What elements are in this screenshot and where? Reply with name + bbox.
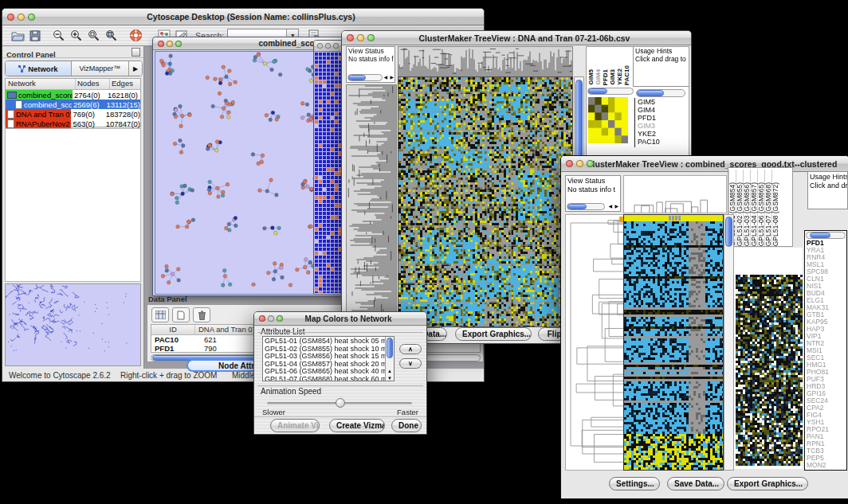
zoom-button[interactable] (333, 43, 339, 49)
minimize-button[interactable] (576, 160, 583, 167)
minimize-button[interactable] (18, 14, 25, 21)
cytoscape-titlebar[interactable]: Cytoscape Desktop (Session Name: collins… (2, 9, 484, 25)
attribute-scroll-thumb[interactable] (387, 338, 393, 358)
gene-list-item[interactable]: MON2 (807, 462, 846, 469)
scroll-down-icon[interactable]: ▼ (387, 376, 392, 381)
delete-attribute-icon[interactable] (193, 307, 210, 322)
network-table-row[interactable]: RNAPuberNov2+563(0)107847(0) (6, 119, 140, 128)
view-status-scroll-thumb[interactable] (348, 75, 366, 80)
zoom-out-icon[interactable] (50, 28, 68, 44)
network-table-row[interactable]: combined_sco2569(6)13112(15) (6, 100, 140, 109)
zoom-button[interactable] (277, 315, 283, 322)
network-table-row[interactable]: DNA and Tran 07769(0)183728(0) (6, 109, 140, 119)
network-name-cell[interactable]: combined_sco (6, 100, 72, 109)
done-button[interactable]: Done (391, 419, 422, 432)
tab-vizmapper[interactable]: VizMapper™ (72, 61, 129, 76)
network-overview-canvas[interactable] (6, 284, 140, 365)
control-panel-title: Control Panel (6, 50, 56, 59)
tv2-column-label-text: GPL51-04 (GSM857) (751, 182, 757, 246)
attribute-list-scrollbar[interactable]: ▲ ▼ (385, 337, 394, 381)
tv1-column-label: GIM3 (610, 69, 616, 85)
minimize-button[interactable] (268, 315, 274, 322)
scroll-up-icon[interactable]: ▲ (387, 369, 392, 373)
tv1-row-labels: GIM5GIM4PFD1GIM3YKE2PAC10 (634, 98, 690, 147)
attr-row-id: PAC10 (151, 335, 198, 344)
close-button[interactable] (158, 41, 164, 47)
export-graphics-button[interactable]: Export Graphics... (455, 327, 532, 341)
tv1-heatmap-canvas[interactable] (398, 76, 573, 327)
scroll-right-icon[interactable]: ▶ (614, 203, 618, 210)
save-data-button[interactable]: Save Data... (667, 477, 724, 490)
scroll-left-icon[interactable]: ◀ (383, 74, 387, 81)
network-name-cell[interactable]: DNA and Tran 07 (6, 109, 71, 119)
close-button[interactable] (7, 14, 14, 21)
create-vizmap-button[interactable]: Create Vizmap (329, 419, 385, 432)
tv2-column-label-text: GPL51-03 (GSM856) (744, 182, 750, 246)
network-name-cell[interactable]: combined_scores_ (6, 90, 73, 100)
tv2-detail-heatmap-canvas[interactable] (734, 248, 803, 469)
gene-panel-scroll-thumb[interactable] (810, 232, 830, 238)
col-edges[interactable]: Edges (110, 79, 140, 89)
dialog-titlebar[interactable]: Map Colors to Network (254, 312, 426, 326)
tv1-summary-matrix[interactable] (588, 97, 628, 143)
view-status-label: View Status (347, 47, 395, 56)
treeview2-titlebar[interactable]: ClusterMaker TreeView : combined_scores_… (561, 156, 848, 172)
open-file-icon[interactable] (9, 28, 26, 44)
tv2-heatmap-canvas[interactable] (623, 214, 724, 471)
scroll-right-icon[interactable]: ▶ (390, 74, 394, 81)
zoom-button[interactable] (28, 14, 35, 21)
move-down-button[interactable]: ∨ (399, 358, 422, 369)
col-nodes[interactable]: Nodes (76, 79, 110, 89)
zoom-fit-icon[interactable] (103, 28, 120, 44)
tv1-summary-hscroll[interactable] (587, 88, 634, 95)
tv1-row-dendrogram[interactable] (346, 84, 397, 327)
close-button[interactable] (566, 160, 573, 167)
close-button[interactable] (259, 315, 265, 322)
zoom-button[interactable] (175, 41, 182, 47)
tab-network[interactable]: Network (6, 61, 72, 76)
id-column-header[interactable]: ID (151, 325, 195, 334)
close-button[interactable] (347, 34, 354, 41)
network-overview-panel[interactable] (5, 283, 141, 366)
treeview1-titlebar[interactable]: ClusterMaker TreeView : DNA and Tran 07-… (342, 31, 691, 45)
tv1-zoom-slider[interactable] (636, 89, 685, 97)
network-name-label: RNAPuberNov2+ (16, 119, 71, 128)
save-session-icon[interactable] (26, 28, 44, 44)
col-network[interactable]: Network (6, 79, 76, 89)
tv2-vscrollbar[interactable] (724, 214, 734, 471)
help-lifering-icon[interactable] (127, 28, 144, 44)
tv1-row-label: GIM5 (638, 98, 690, 106)
attribute-listbox: GPL51-01 (GSM854) heat shock 05 minGPL51… (262, 336, 395, 381)
tv2-row-dendrogram[interactable] (565, 214, 624, 471)
tv2-vscroll-thumb[interactable] (725, 217, 732, 247)
minimize-button[interactable] (325, 43, 331, 49)
animate-vizmap-button[interactable]: Animate Vizmap (270, 419, 320, 432)
zoom-in-icon[interactable] (68, 28, 85, 44)
scroll-left-icon[interactable]: ◀ (608, 203, 612, 210)
view-status-scroll-thumb[interactable] (567, 204, 587, 209)
usage-hints-label: Usage Hints (808, 172, 847, 182)
network-nodes-cell: 2764(0) (73, 91, 106, 100)
speed-slider[interactable] (267, 402, 412, 404)
zoom-button[interactable] (367, 34, 375, 41)
minimize-button[interactable] (167, 41, 173, 47)
close-button[interactable] (317, 43, 323, 49)
minimize-button[interactable] (357, 34, 364, 41)
tv1-view-status: View Status No status info f ◀ ▶ (346, 46, 395, 83)
move-up-button[interactable]: ∧ (399, 344, 422, 354)
float-panel-icon[interactable] (132, 48, 140, 57)
tv1-column-dendrogram[interactable] (398, 46, 573, 78)
network-name-cell[interactable]: RNAPuberNov2+ (6, 119, 71, 128)
speed-slider-thumb[interactable] (336, 398, 345, 408)
network-table-row[interactable]: combined_scores_2764(0)16218(0) (6, 90, 140, 100)
attribute-list-item[interactable]: GPL51-07 (GSM868) heat shock 60 min (265, 376, 394, 382)
settings-button[interactable]: Settings... (609, 477, 660, 490)
export-graphics-button[interactable]: Export Graphics... (727, 477, 808, 490)
new-attribute-icon[interactable] (172, 307, 190, 322)
tab-overflow-arrow[interactable]: ▶ (129, 61, 142, 76)
tv2-column-dendrogram[interactable] (623, 175, 727, 213)
tab-vizmapper-label: VizMapper™ (79, 64, 120, 72)
zoom-button[interactable] (587, 160, 594, 167)
zoom-selected-icon[interactable] (85, 28, 103, 44)
attribute-select-icon[interactable] (151, 307, 169, 322)
